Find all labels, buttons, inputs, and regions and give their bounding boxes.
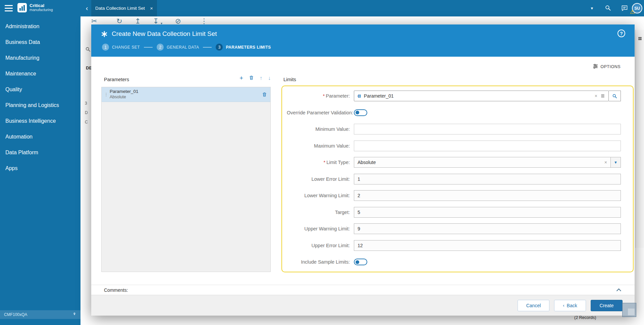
tab-close-icon[interactable]: × — [147, 5, 153, 11]
sidebar-item-automation[interactable]: Automation — [0, 129, 80, 145]
grid-icon[interactable] — [638, 36, 642, 248]
upload-icon[interactable]: ↥ — [135, 17, 141, 24]
tab-scroll-left-icon[interactable]: ‹ — [83, 0, 91, 16]
row-maximum-value: Maximum Value: — [287, 141, 621, 151]
pin-icon[interactable] — [72, 312, 76, 317]
topbar: Critical manufacturing ‹ Data Collection… — [0, 0, 644, 16]
row-include-sample-limits: Include Sample Limits: — [287, 257, 621, 267]
sidebar-item-apps[interactable]: Apps — [0, 160, 80, 176]
refresh-icon[interactable]: ↻ — [116, 17, 122, 24]
move-up-icon[interactable]: ↑ — [260, 75, 262, 81]
environment-name: CMF100xQA — [4, 312, 27, 317]
environment-bar: CMF100xQA — [0, 310, 80, 319]
sidebar-item-quality[interactable]: Quality — [0, 82, 80, 97]
parameter-lookup-input[interactable]: α Parameter_01 × — [354, 91, 609, 101]
back-button[interactable]: ‹Back — [554, 300, 586, 311]
drag-handle-icon[interactable]: ⋮ — [104, 92, 108, 97]
step-label: PARAMETERS LIMITS — [226, 45, 271, 50]
target-input[interactable] — [354, 207, 621, 218]
sidebar-item-label: Business Intelligence — [5, 118, 56, 124]
records-count: (2 Records) — [574, 315, 596, 320]
field-label: Lower Warning Limit: — [287, 193, 354, 198]
tabs-dropdown-icon[interactable]: ▾ — [591, 0, 593, 16]
lower-warning-limit-input[interactable] — [354, 190, 621, 201]
cut-icon[interactable]: ✂ — [91, 17, 97, 24]
step-parameters-limits[interactable]: 3 PARAMETERS LIMITS — [216, 44, 271, 51]
minimum-value-input[interactable] — [354, 124, 621, 134]
warning-icon[interactable]: ⚠ — [630, 9, 635, 15]
parameter-search-button[interactable] — [609, 91, 621, 101]
move-down-icon[interactable]: ↓ — [268, 75, 271, 81]
sidebar-item-data-platform[interactable]: Data Platform — [0, 145, 80, 160]
limit-type-combobox[interactable]: Absolute × — [354, 157, 611, 168]
right-toolbar-strip — [635, 30, 644, 248]
download-icon[interactable]: ↧ — [153, 17, 159, 24]
sidebar-item-business-intelligence[interactable]: Business Intelligence — [0, 113, 80, 129]
tab-label: Data Collection Limit Set — [95, 6, 145, 11]
limit-type-value: Absolute — [358, 160, 376, 165]
step-number: 3 — [216, 44, 223, 51]
logo-text-primary: Critical — [30, 3, 53, 8]
parameter-list-item[interactable]: ⋮ Parameter_01 Absolute — [102, 87, 270, 102]
row-override-parameter-validation: Override Parameter Validation: — [287, 107, 621, 118]
collapse-chevron-icon[interactable] — [616, 288, 621, 293]
sidebar-item-planning-and-logistics[interactable]: Planning and Logistics — [0, 97, 80, 113]
sidebar-item-label: Apps — [5, 165, 17, 171]
create-button[interactable]: Create — [591, 300, 623, 311]
step-label: CHANGE SET — [112, 45, 140, 50]
step-number: 2 — [157, 44, 164, 51]
parameters-panel-title: Parameters — [104, 77, 129, 82]
sidebar-item-label: Administration — [5, 23, 39, 30]
hamburger-menu-icon[interactable] — [5, 5, 13, 11]
row-upper-warning-limit: Upper Warning Limit: — [287, 223, 621, 234]
step-general-data[interactable]: 2 GENERAL DATA — [157, 44, 199, 51]
app-logo[interactable]: Critical manufacturing — [17, 3, 53, 12]
delete-parameter-icon[interactable] — [249, 75, 254, 81]
maximum-value-input[interactable] — [354, 141, 621, 151]
kebab-menu-icon[interactable]: ⋮ — [201, 17, 208, 24]
add-parameter-icon[interactable]: + — [239, 75, 243, 81]
include-sample-limits-toggle[interactable] — [354, 259, 367, 265]
sidebar-item-manufacturing[interactable]: Manufacturing — [0, 50, 80, 66]
comments-label: Comments: — [104, 287, 128, 293]
screen: ✂ ↻ ↥ ↧ ▾ ⊘ ⋮ DE 3 D C (2 Records) Criti… — [0, 0, 644, 325]
sidebar-item-label: Automation — [5, 134, 33, 140]
clear-icon[interactable]: × — [604, 160, 607, 165]
row-minimum-value: Minimum Value: — [287, 124, 621, 134]
tab-data-collection-limit-set[interactable]: Data Collection Limit Set × — [91, 0, 157, 16]
background-text-fragment: C — [85, 120, 88, 124]
row-limit-type: *Limit Type: Absolute × ▼ — [287, 157, 621, 168]
comments-section[interactable]: Comments: — [91, 285, 635, 295]
help-icon[interactable]: ? — [618, 30, 625, 37]
limits-form: *Parameter: α Parameter_01 × — [281, 86, 634, 272]
logo-icon — [17, 3, 27, 12]
sidebar-item-business-data[interactable]: Business Data — [0, 34, 80, 50]
required-marker: * — [323, 93, 325, 99]
upper-warning-limit-input[interactable] — [354, 223, 621, 234]
background-text-fragment: D — [85, 110, 88, 115]
wizard-steps: 1 CHANGE SET 2 GENERAL DATA 3 PARAMETERS… — [102, 44, 271, 51]
parameters-toolbar: + ↑ ↓ — [224, 75, 271, 81]
messages-icon[interactable] — [621, 5, 628, 13]
row-parameter: *Parameter: α Parameter_01 × — [287, 91, 621, 101]
field-label: Maximum Value: — [287, 143, 354, 149]
lower-error-limit-input[interactable] — [354, 174, 621, 184]
sidebar-item-label: Quality — [5, 87, 22, 93]
cancel-button[interactable]: Cancel — [518, 300, 549, 311]
sidebar-item-administration[interactable]: Administration — [0, 18, 80, 34]
background-text-fragment: 3 — [85, 101, 87, 106]
limit-type-dropdown-icon[interactable]: ▼ — [610, 157, 621, 168]
upper-error-limit-input[interactable] — [354, 240, 621, 251]
options-button[interactable]: OPTIONS — [593, 63, 621, 70]
ban-icon[interactable]: ⊘ — [175, 17, 181, 24]
step-change-set[interactable]: 1 CHANGE SET — [102, 44, 140, 51]
override-parameter-validation-toggle[interactable] — [354, 109, 367, 116]
sidebar-item-maintenance[interactable]: Maintenance — [0, 66, 80, 82]
page-search-icon[interactable] — [85, 47, 91, 53]
clear-icon[interactable]: × — [595, 93, 597, 99]
row-delete-icon[interactable] — [262, 92, 267, 97]
field-label: Minimum Value: — [287, 126, 354, 132]
sidebar-item-label: Maintenance — [5, 71, 36, 77]
view-details-icon[interactable] — [600, 94, 605, 98]
global-search-icon[interactable] — [605, 5, 611, 12]
